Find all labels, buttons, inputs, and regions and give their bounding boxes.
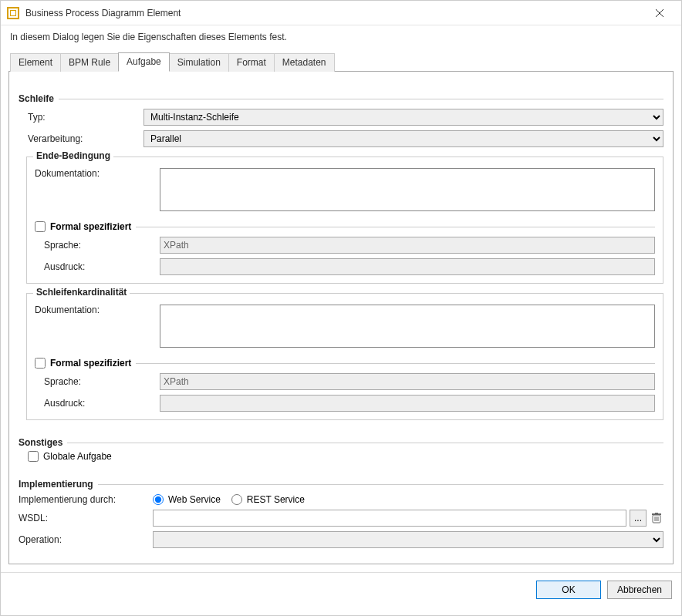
ende-doku-textarea[interactable] [160,168,655,211]
ende-legend: Ende-Bedingung [33,150,113,161]
kardinal-ausdruck-input[interactable] [160,395,655,412]
divider [136,363,655,364]
verarbeitung-label: Verarbeitung: [19,133,143,144]
ende-doku-label: Dokumentation: [35,168,160,179]
kardinal-formal-checkbox[interactable] [35,358,46,369]
radio-rest-label[interactable]: REST Service [231,494,305,505]
wsdl-browse-button[interactable]: ... [630,510,647,527]
operation-label: Operation: [19,534,153,545]
group-ende-bedingung: Ende-Bedingung Dokumentation: Formal spe… [26,157,663,284]
ende-ausdruck-label: Ausdruck: [35,261,160,272]
typ-select[interactable]: Multi-Instanz-Schleife [143,109,663,126]
kardinal-doku-label: Dokumentation: [35,305,160,315]
ellipsis-icon: ... [634,513,642,523]
cancel-button[interactable]: Abbrechen [607,581,672,599]
window-title: Business Process Diagramm Element [25,8,644,19]
globale-checkbox[interactable] [28,451,39,462]
verarbeitung-select[interactable]: Parallel [143,130,663,147]
group-implementierung: Implementierung Implementierung durch: W… [19,474,663,551]
app-icon [7,7,19,19]
wsdl-label: WSDL: [19,513,153,523]
kardinal-ausdruck-label: Ausdruck: [35,398,160,409]
typ-label: Typ: [19,112,143,123]
trash-icon [652,513,661,523]
radio-web-label[interactable]: Web Service [153,494,221,505]
group-kardinal: Schleifenkardinalität Dokumentation: For… [26,293,663,420]
sonstiges-legend: Sonstiges [19,437,62,448]
divider [59,99,663,99]
tab-bpm-rule[interactable]: BPM Rule [60,53,119,72]
close-button[interactable] [644,1,675,25]
tab-body: Schleife Typ: Multi-Instanz-Schleife Ver… [8,72,674,564]
tab-simulation[interactable]: Simulation [169,53,229,72]
globale-checkbox-label[interactable]: Globale Aufgabe [19,451,112,462]
wsdl-delete-button[interactable] [650,511,663,525]
ende-ausdruck-input[interactable] [160,258,655,275]
dialog-description: In diesem Dialog legen Sie die Eigenscha… [1,25,681,50]
divider [98,484,663,485]
kardinal-legend: Schleifenkardinalität [33,287,130,298]
impl-durch-label: Implementierung durch: [19,494,153,505]
ende-sprache-input[interactable] [160,237,655,254]
radio-web[interactable] [153,494,164,505]
close-icon [656,9,663,17]
tabs: Element BPM Rule Aufgabe Simulation Form… [8,52,674,72]
tab-metadaten[interactable]: Metadaten [274,53,335,72]
group-schleife: Schleife Typ: Multi-Instanz-Schleife Ver… [19,89,663,423]
implementierung-legend: Implementierung [19,479,93,490]
titlebar: Business Process Diagramm Element [1,1,681,25]
ende-formal-checkbox-label[interactable]: Formal spezifiziert [35,221,131,232]
kardinal-sprache-input[interactable] [160,373,655,390]
tab-format[interactable]: Format [228,53,275,72]
divider [136,227,655,227]
ende-sprache-label: Sprache: [35,240,160,251]
radio-rest[interactable] [231,494,242,505]
wsdl-input[interactable] [153,510,626,527]
svg-rect-4 [655,513,658,514]
operation-select[interactable] [153,531,663,548]
ende-formal-checkbox[interactable] [35,221,46,232]
kardinal-doku-textarea[interactable] [160,305,655,348]
ok-button[interactable]: OK [536,581,601,599]
dialog-footer: OK Abbrechen [1,572,681,608]
kardinal-formal-checkbox-label[interactable]: Formal spezifiziert [35,358,131,369]
group-sonstiges: Sonstiges Globale Aufgabe [19,433,663,465]
divider [67,443,663,443]
tab-aufgabe[interactable]: Aufgabe [118,52,170,72]
kardinal-sprache-label: Sprache: [35,376,160,387]
schleife-legend: Schleife [19,93,54,104]
tab-element[interactable]: Element [10,53,61,72]
